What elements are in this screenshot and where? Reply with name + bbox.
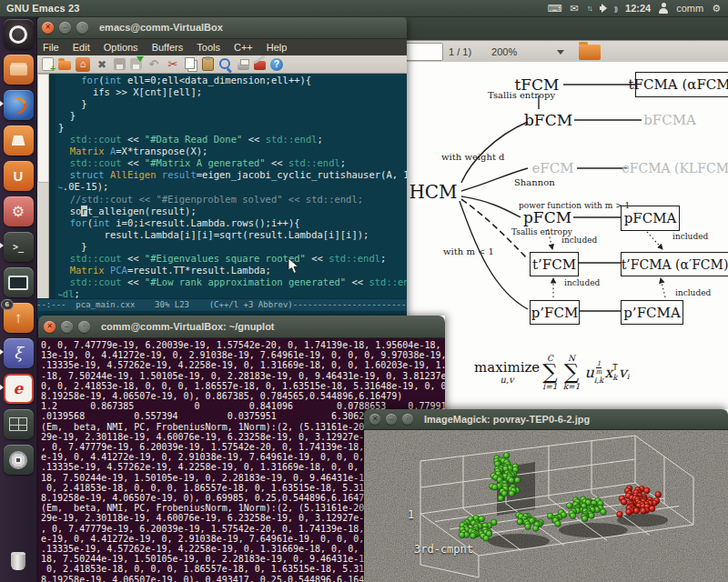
code-line: struct AllEigen result=eigen_jacobi_cycl… [58, 169, 407, 181]
maximize-button[interactable]: ◦ [402, 414, 413, 425]
sum-k: N ∑ k=1 [563, 355, 581, 391]
diagram-node-p2FCMA: p’FCMA [621, 300, 683, 325]
maximize-button[interactable]: ◦ [76, 22, 88, 34]
code-line: Matrix A=X*transpose(X); [58, 146, 407, 157]
diagram-label: included [561, 236, 597, 245]
axis-label-3rd-cmpnt: 3rd-cmpnt [414, 543, 473, 556]
new-file-icon[interactable] [42, 57, 54, 71]
open-folder-icon[interactable] [579, 45, 601, 60]
launcher-item-software-center[interactable] [0, 123, 36, 158]
diagram-node-p2FCM: p’FCM [530, 300, 580, 325]
software-updater-icon: ↑6 [4, 303, 34, 333]
terminal-icon: >_ [4, 232, 34, 262]
dired-home-icon[interactable]: ⌂ [76, 57, 90, 72]
launcher-item-trash[interactable] [0, 543, 36, 578]
copy-icon[interactable] [185, 57, 195, 69]
page-number-input[interactable] [405, 43, 443, 61]
clock[interactable]: 12:24 [625, 3, 651, 14]
minimize-button[interactable]: – [59, 22, 71, 34]
menu-options[interactable]: Options [104, 42, 138, 53]
customize-icon[interactable] [254, 61, 266, 70]
diagram-node-eFCM: eFCM [530, 159, 576, 176]
undo-icon[interactable]: ↶ [147, 57, 161, 72]
system-settings-icon: ⚙ [4, 196, 34, 226]
paste-icon[interactable] [202, 57, 214, 71]
document-viewer-icon: e [4, 374, 34, 404]
code-line: std::cout << "#Data Read Done" << std::e… [58, 134, 407, 146]
maximize-button[interactable]: ◦ [78, 321, 90, 333]
launcher-item-terminal[interactable]: >_ [0, 229, 36, 265]
emacs-window: ✕ – ◦ emacs@comm-VirtualBox FileEditOpti… [36, 16, 407, 316]
diagram-label: included [675, 288, 711, 297]
save-icon[interactable] [114, 58, 126, 70]
axis-label-1: 1 [408, 508, 414, 521]
launcher-item-emacs[interactable]: ξ [0, 336, 36, 371]
close-button[interactable]: ✕ [44, 321, 56, 333]
network-indicator-icon[interactable]: ↑↓ [587, 4, 592, 13]
chevron-down-icon[interactable] [557, 50, 564, 58]
trash-icon [4, 546, 34, 576]
launcher-item-software-updater[interactable]: ↑6 [0, 300, 36, 336]
minimize-button[interactable]: – [386, 414, 397, 425]
emacs-titlebar[interactable]: ✕ – ◦ emacs@comm-VirtualBox [36, 16, 407, 39]
help-icon[interactable]: ? [270, 58, 283, 71]
emacs-modeline: --:--- pca_main.cxx 30% L23 (C++/l +3 Ab… [36, 298, 407, 311]
menu-tools[interactable]: Tools [197, 42, 220, 53]
ubuntu-one-icon: U [4, 161, 34, 191]
close-button[interactable]: ✕ [42, 22, 54, 34]
update-count-badge: 6 [1, 299, 14, 310]
print-icon[interactable] [238, 63, 249, 70]
terminal-line: 13e-19, 0, 4.41272e-19, 0, 2.91038e-19, … [41, 350, 445, 360]
indicator-tray: ⌨ ✉ ↑↓ )) 12:24 comm ⚙ [548, 0, 728, 16]
diagram-node-bFCMA: bFCMA [642, 111, 698, 129]
menu-file[interactable]: File [43, 42, 59, 53]
code-buffer[interactable]: for(int ell=0;ell<data_dimension;ell++){… [56, 74, 407, 298]
formula-term: u1mi,k xTk v i [584, 361, 630, 385]
menu-buffers[interactable]: Buffers [152, 42, 184, 53]
workspace-switcher-icon [4, 409, 34, 439]
launcher-item-ubuntu-one[interactable]: U [0, 158, 36, 194]
code-line: for(int i=0;i<result.Lambda.rows();i++){ [58, 217, 407, 229]
menu-help[interactable]: Help [267, 42, 288, 53]
launcher-item-files[interactable] [0, 52, 36, 87]
diagram-node-HCM: HCM [405, 180, 461, 204]
imagemagick-window: ✕ – ◦ ImageMagick: povray-TEP0-6-2.jpg [364, 409, 728, 582]
code-line: } [58, 110, 407, 122]
menu-edit[interactable]: Edit [73, 42, 90, 53]
launcher-item-firefox[interactable] [0, 87, 36, 123]
emacs-menubar: FileEditOptionsBuffersToolsC++Help [36, 39, 407, 55]
mail-indicator-icon[interactable]: ✉ [570, 0, 578, 16]
imagemagick-titlebar[interactable]: ✕ – ◦ ImageMagick: povray-TEP0-6-2.jpg [364, 409, 728, 430]
close-button[interactable]: ✕ [369, 414, 380, 425]
evince-titlebar[interactable] [403, 16, 728, 40]
code-line: std::cout << "#Matrix A generated" << st… [58, 157, 407, 169]
launcher-item-document-viewer[interactable]: e [0, 371, 36, 406]
close-buffer-icon[interactable]: ✖ [95, 57, 109, 72]
diagram-label: Shannon [514, 177, 555, 187]
save-as-icon[interactable] [130, 58, 142, 70]
keyboard-indicator-icon[interactable]: ⌨ [548, 0, 562, 16]
active-app-title: GNU Emacs 23 [6, 3, 80, 14]
search-icon[interactable] [218, 57, 233, 72]
terminal-line: 8.19258e-19, 4.06507e-19, 0), 0.867385, … [41, 391, 445, 401]
launcher-item-system-settings[interactable]: ⚙ [0, 194, 36, 229]
menu-c[interactable]: C++ [234, 42, 253, 53]
launcher-item-disc[interactable] [0, 442, 36, 477]
scrollbar-thumb[interactable] [37, 74, 49, 183]
zoom-level-select[interactable]: 200% [491, 46, 517, 57]
user-menu-icon[interactable] [659, 3, 668, 14]
cut-icon[interactable]: ✂ [166, 57, 180, 72]
sound-indicator-icon[interactable] [600, 3, 612, 14]
launcher-item-workspace-switcher[interactable] [0, 406, 36, 442]
username[interactable]: comm [676, 3, 703, 14]
sum-i: C ∑ i=1 [542, 355, 557, 391]
diagram-node-bFCM: bFCM [523, 110, 573, 129]
code-line: std::cout << "#Eigenvalues square rooted… [58, 253, 407, 265]
terminal-titlebar[interactable]: ✕ – ◦ comm@comm-VirtualBox: ~/gnuplot [38, 316, 445, 338]
session-gear-icon[interactable]: ⚙ [712, 0, 721, 16]
scrollbar[interactable] [36, 74, 49, 298]
open-file-icon[interactable] [58, 61, 71, 70]
launcher-item-ubuntu-home[interactable] [0, 16, 36, 52]
launcher-item-displays[interactable] [0, 265, 36, 300]
minimize-button[interactable]: – [61, 321, 73, 333]
